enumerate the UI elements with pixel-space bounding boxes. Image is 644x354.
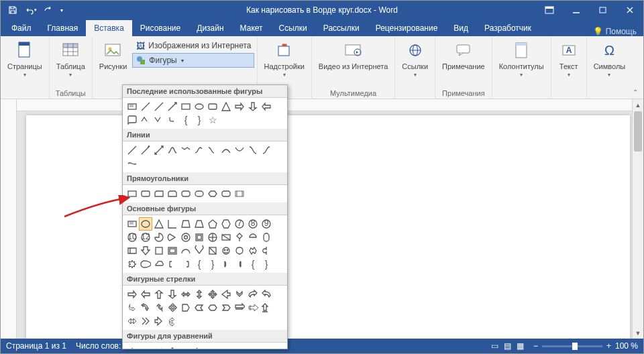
redo-button[interactable] xyxy=(40,2,56,18)
shape-item[interactable] xyxy=(179,217,193,231)
shape-item[interactable] xyxy=(260,288,273,301)
shape-item[interactable] xyxy=(219,100,233,113)
shape-item[interactable] xyxy=(152,244,166,257)
shape-item[interactable] xyxy=(166,143,179,157)
shape-item[interactable] xyxy=(152,345,166,349)
shape-item[interactable] xyxy=(246,100,260,113)
shape-item[interactable] xyxy=(219,231,233,244)
table-button[interactable]: Таблица▾ xyxy=(52,38,89,86)
shape-item[interactable] xyxy=(166,231,179,244)
shape-item[interactable] xyxy=(246,143,260,157)
shape-item[interactable] xyxy=(193,288,206,301)
shape-item[interactable] xyxy=(233,231,246,244)
shape-item[interactable] xyxy=(166,100,179,113)
shape-item[interactable] xyxy=(260,143,273,157)
view-print-button[interactable]: ▤ xyxy=(504,341,511,351)
shape-item[interactable] xyxy=(206,301,219,314)
shape-item[interactable]: 7 xyxy=(233,217,246,231)
shape-item[interactable]: 10 xyxy=(125,231,139,244)
zoom-out-button[interactable]: − xyxy=(533,341,538,351)
shape-item[interactable] xyxy=(193,231,206,244)
headers-button[interactable]: Колонтитулы▾ xyxy=(495,38,548,86)
shape-item[interactable] xyxy=(179,143,193,157)
shape-item[interactable]: } xyxy=(260,257,273,271)
tab-review[interactable]: Рецензирование xyxy=(368,20,446,36)
shape-item[interactable] xyxy=(219,301,233,314)
shape-item[interactable] xyxy=(125,187,139,200)
shape-item[interactable] xyxy=(219,187,233,200)
ruler-horizontal[interactable] xyxy=(17,99,632,111)
ribbon-display-button[interactable] xyxy=(536,1,563,19)
shape-item[interactable] xyxy=(152,257,166,271)
shape-item[interactable] xyxy=(139,301,152,314)
shape-item[interactable]: } xyxy=(193,113,206,127)
shape-item[interactable] xyxy=(206,187,219,200)
shape-item[interactable] xyxy=(125,244,139,257)
shape-item[interactable] xyxy=(233,143,246,157)
shape-item[interactable] xyxy=(179,288,193,301)
tab-mailings[interactable]: Рассылки xyxy=(315,20,368,36)
shape-item[interactable] xyxy=(166,257,179,271)
zoom-level[interactable]: 100 % xyxy=(615,341,638,351)
shape-item[interactable] xyxy=(152,143,166,157)
shape-item[interactable] xyxy=(139,257,152,271)
shape-item[interactable] xyxy=(125,301,139,314)
shape-item[interactable] xyxy=(260,301,273,314)
view-read-button[interactable]: ▭ xyxy=(491,341,498,351)
shape-item[interactable] xyxy=(139,345,152,349)
shape-item[interactable] xyxy=(193,217,206,231)
shape-item[interactable] xyxy=(219,244,233,257)
shape-item[interactable] xyxy=(193,301,206,314)
help-search[interactable]: 💡Помощь xyxy=(593,27,643,36)
undo-button[interactable]: ▾ xyxy=(22,2,38,18)
shape-item[interactable] xyxy=(125,157,139,170)
shape-item[interactable]: { xyxy=(179,113,193,127)
shape-item[interactable] xyxy=(166,187,179,200)
shape-item[interactable] xyxy=(152,288,166,301)
shape-item[interactable] xyxy=(233,257,246,271)
shape-item[interactable] xyxy=(152,113,166,127)
shape-item[interactable] xyxy=(139,100,152,113)
shape-item[interactable] xyxy=(233,187,246,200)
shape-item[interactable] xyxy=(125,217,139,231)
tab-references[interactable]: Ссылки xyxy=(271,20,315,36)
shape-item[interactable] xyxy=(260,244,273,257)
scroll-thumb[interactable] xyxy=(634,111,642,152)
view-web-button[interactable]: ▦ xyxy=(517,341,524,351)
shape-item[interactable] xyxy=(219,257,233,271)
minimize-button[interactable] xyxy=(563,1,590,19)
shape-item[interactable] xyxy=(233,288,246,301)
shape-item[interactable] xyxy=(152,301,166,314)
shape-item[interactable] xyxy=(152,314,166,328)
tab-view[interactable]: Вид xyxy=(445,20,476,36)
shape-item[interactable]: { xyxy=(193,257,206,271)
shapes-button[interactable]: Фигуры▾ xyxy=(132,53,254,68)
tab-file[interactable]: Файл xyxy=(3,20,40,36)
qat-customize-button[interactable]: ▾ xyxy=(57,2,66,18)
shape-item[interactable]: } xyxy=(206,257,219,271)
shape-item[interactable] xyxy=(139,187,152,200)
shape-item[interactable]: ☆ xyxy=(206,113,219,127)
text-button[interactable]: A Текст▾ xyxy=(554,38,584,86)
shape-item[interactable] xyxy=(179,100,193,113)
shape-item[interactable] xyxy=(193,187,206,200)
shape-item[interactable] xyxy=(179,231,193,244)
shape-item[interactable] xyxy=(206,143,219,157)
shape-item[interactable] xyxy=(206,244,219,257)
shape-item[interactable] xyxy=(166,217,179,231)
scrollbar-vertical[interactable]: ▲ ▼ xyxy=(632,99,643,339)
shape-item[interactable] xyxy=(206,100,219,113)
shape-item[interactable] xyxy=(179,257,193,271)
tab-draw[interactable]: Рисование xyxy=(132,20,189,36)
shape-item[interactable] xyxy=(166,288,179,301)
online-pictures-button[interactable]: 🖼Изображения из Интернета xyxy=(132,38,254,53)
shape-item[interactable] xyxy=(219,217,233,231)
shape-item[interactable] xyxy=(179,345,193,349)
shape-item[interactable] xyxy=(166,345,179,349)
shape-item[interactable] xyxy=(206,217,219,231)
shape-item[interactable] xyxy=(219,288,233,301)
shape-item[interactable] xyxy=(125,257,139,271)
shape-item[interactable] xyxy=(246,244,260,257)
shape-item[interactable] xyxy=(152,187,166,200)
shape-item[interactable] xyxy=(193,100,206,113)
